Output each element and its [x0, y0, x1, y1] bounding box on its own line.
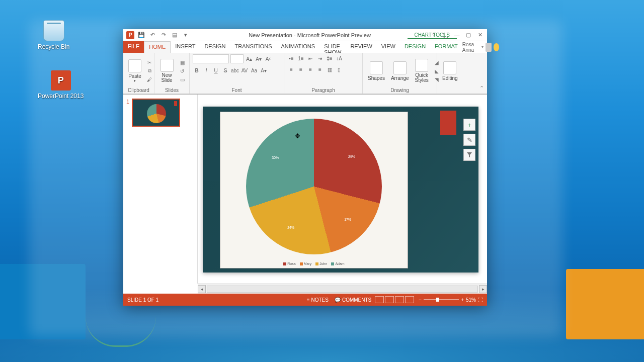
tab-chart-format[interactable]: FORMAT	[430, 41, 462, 53]
strike-button[interactable]: S	[221, 66, 229, 74]
increase-font-icon[interactable]: A▴	[245, 55, 253, 63]
align-right-icon[interactable]: ≡	[306, 65, 314, 73]
justify-icon[interactable]: ≡	[316, 65, 324, 73]
collapse-ribbon-icon[interactable]: ⌃	[479, 85, 484, 92]
legend-item[interactable]: Rosa	[283, 262, 295, 265]
ribbon-tabs: FILE HOME INSERT DESIGN TRANSITIONS ANIM…	[123, 41, 487, 53]
slide-canvas-area[interactable]: RosaMaryJohnAdam ✥ 29%17%24%30% + ✎	[198, 95, 487, 284]
undo-icon[interactable]: ↶	[148, 31, 156, 39]
wallpaper-block-orange	[566, 269, 644, 339]
chart-elements-button[interactable]: +	[463, 119, 475, 131]
thumbnail-number: 1	[126, 99, 129, 127]
columns-icon[interactable]: ▥	[326, 65, 334, 73]
format-painter-icon[interactable]: 🖌	[145, 76, 153, 83]
user-dropdown-icon[interactable]: ▾	[481, 45, 484, 49]
slide-thumbnail-1[interactable]: 1	[126, 99, 194, 127]
align-center-icon[interactable]: ≡	[297, 65, 305, 73]
font-size-input[interactable]	[230, 54, 244, 63]
char-spacing-icon[interactable]: AV	[240, 66, 249, 74]
zoom-out-icon[interactable]: −	[419, 297, 422, 303]
tab-insert[interactable]: INSERT	[171, 41, 200, 53]
editing-button[interactable]: Editing	[440, 60, 460, 82]
legend-item[interactable]: John	[315, 262, 327, 265]
new-slide-button[interactable]: New Slide	[157, 58, 176, 84]
chart-object[interactable]: RosaMaryJohnAdam ✥ 29%17%24%30%	[220, 112, 408, 268]
group-clipboard: Clipboard	[126, 87, 151, 93]
quick-styles-label: Quick Styles	[415, 73, 429, 83]
numbering-icon[interactable]: 1≡	[297, 54, 305, 62]
decrease-indent-icon[interactable]: ⇤	[306, 54, 314, 62]
align-left-icon[interactable]: ≡	[287, 65, 295, 73]
quick-styles-button[interactable]: Quick Styles	[413, 58, 431, 84]
scroll-left-icon[interactable]: ◂	[198, 285, 206, 293]
zoom-control[interactable]: − + 51% ⛶	[419, 297, 483, 303]
increase-indent-icon[interactable]: ⇥	[316, 54, 324, 62]
maximize-icon[interactable]: ▢	[463, 31, 473, 39]
tab-review[interactable]: REVIEW	[346, 41, 376, 53]
align-text-icon[interactable]: ▯	[335, 65, 343, 73]
zoom-in-icon[interactable]: +	[461, 297, 464, 303]
reading-view-icon[interactable]	[395, 296, 404, 303]
underline-button[interactable]: U	[212, 66, 220, 74]
slide[interactable]: RosaMaryJohnAdam ✥ 29%17%24%30% + ✎	[203, 107, 478, 273]
qat-dropdown-icon[interactable]: ▾	[182, 31, 190, 39]
copy-icon[interactable]: ⧉	[145, 67, 153, 74]
line-spacing-icon[interactable]: ‡≡	[326, 54, 334, 62]
feedback-icon[interactable]	[494, 43, 499, 51]
reset-icon[interactable]: ↺	[178, 67, 186, 74]
tab-slideshow[interactable]: SLIDE SHOW	[319, 41, 346, 53]
chart-side-buttons: + ✎	[463, 119, 475, 161]
tab-design[interactable]: DESIGN	[200, 41, 230, 53]
change-case-icon[interactable]: Aa	[250, 66, 258, 74]
normal-view-icon[interactable]	[375, 296, 384, 303]
find-icon	[443, 61, 456, 74]
user-name[interactable]: Rosa Anna	[462, 42, 479, 53]
desktop-icon-recycle-bin[interactable]: Recycle Bin	[38, 20, 69, 50]
tab-view[interactable]: VIEW	[377, 41, 400, 53]
tab-file[interactable]: FILE	[123, 41, 144, 53]
tab-transitions[interactable]: TRANSITIONS	[230, 41, 277, 53]
start-from-beginning-icon[interactable]: ▤	[171, 31, 179, 39]
text-direction-icon[interactable]: ↕A	[335, 54, 343, 62]
section-icon[interactable]: ▭	[178, 76, 186, 83]
chart-styles-button[interactable]: ✎	[463, 134, 475, 146]
zoom-slider[interactable]	[424, 299, 459, 300]
scroll-track[interactable]	[207, 286, 478, 293]
pie-chart[interactable]	[246, 119, 382, 254]
scroll-right-icon[interactable]: ▸	[479, 285, 487, 293]
tab-chart-design[interactable]: DESIGN	[400, 41, 430, 53]
tab-animations[interactable]: ANIMATIONS	[277, 41, 320, 53]
redo-icon[interactable]: ↷	[159, 31, 168, 39]
chart-legend[interactable]: RosaMaryJohnAdam	[220, 262, 408, 265]
bullets-icon[interactable]: •≡	[287, 54, 295, 62]
notes-button[interactable]: ≡ NOTES	[307, 297, 329, 303]
layout-icon[interactable]: ▦	[178, 59, 186, 66]
tab-home[interactable]: HOME	[144, 41, 171, 53]
sorter-view-icon[interactable]	[385, 296, 394, 303]
shadow-button[interactable]: abc	[231, 66, 239, 74]
zoom-level[interactable]: 51%	[466, 297, 476, 303]
avatar[interactable]	[486, 43, 492, 52]
chart-filters-button[interactable]	[463, 149, 475, 161]
horizontal-scrollbar[interactable]: ◂ ▸	[198, 284, 487, 294]
decrease-font-icon[interactable]: A▾	[255, 55, 263, 63]
slideshow-view-icon[interactable]	[405, 296, 414, 303]
legend-item[interactable]: Mary	[300, 262, 312, 265]
paste-button[interactable]: Paste ▾	[126, 58, 143, 84]
arrange-button[interactable]: Arrange	[389, 60, 411, 82]
save-icon[interactable]: 💾	[137, 31, 145, 39]
italic-button[interactable]: I	[202, 66, 210, 74]
cut-icon[interactable]: ✂	[145, 59, 153, 66]
recycle-bin-label: Recycle Bin	[38, 43, 69, 50]
legend-item[interactable]: Adam	[331, 262, 344, 265]
fit-to-window-icon[interactable]: ⛶	[478, 297, 483, 303]
font-family-input[interactable]	[193, 54, 229, 63]
clear-formatting-icon[interactable]: Aᵡ	[264, 55, 272, 63]
bold-button[interactable]: B	[193, 66, 201, 74]
comments-button[interactable]: 💬 COMMENTS	[335, 297, 371, 303]
close-icon[interactable]: ✕	[475, 31, 485, 39]
shapes-button[interactable]: Shapes	[366, 60, 387, 82]
red-rectangle-shape[interactable]	[440, 111, 456, 135]
font-color-icon[interactable]: A▾	[260, 66, 268, 74]
desktop-icon-powerpoint[interactable]: P PowerPoint 2013	[38, 70, 84, 100]
